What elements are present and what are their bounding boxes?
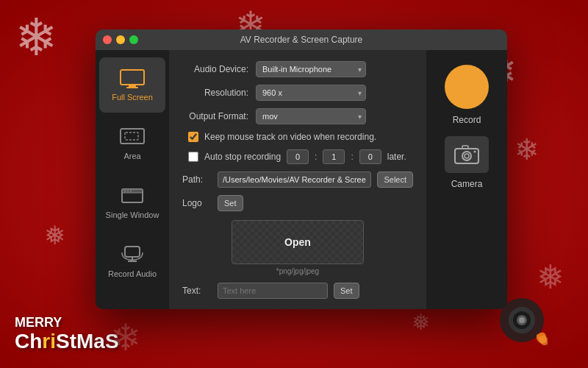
- snowflake-1: ❄: [15, 7, 58, 68]
- sidebar-item-fullscreen[interactable]: Full Screen: [99, 57, 165, 113]
- window-title: AV Recorder & Screen Capture: [240, 35, 363, 45]
- sidebar-fullscreen-label: Full Screen: [112, 93, 153, 102]
- auto-stop-checkbox[interactable]: [188, 152, 198, 162]
- resolution-label: Resolution:: [182, 88, 248, 98]
- path-select-button[interactable]: Select: [377, 171, 413, 188]
- audio-device-select-wrapper: Built-in Microphone: [256, 61, 366, 77]
- svg-point-14: [462, 152, 471, 160]
- svg-point-17: [474, 151, 476, 153]
- single-window-icon: [119, 186, 146, 207]
- title-bar: AV Recorder & Screen Capture: [96, 29, 507, 50]
- logo-label: Logo: [182, 198, 212, 208]
- record-button[interactable]: Record: [445, 65, 489, 125]
- logo-hint: *png/jpg/jpeg: [276, 267, 319, 275]
- auto-stop-label: Auto stop recording: [204, 152, 281, 162]
- svg-rect-1: [129, 85, 136, 87]
- auto-stop-suffix: later.: [387, 152, 406, 162]
- main-content: Audio Device: Built-in Microphone Resolu…: [169, 50, 426, 309]
- camera-button[interactable]: Camera: [445, 136, 489, 189]
- logo-set-button[interactable]: Set: [218, 195, 243, 211]
- camera-app-svg: [496, 294, 548, 346]
- maximize-button[interactable]: [129, 35, 138, 44]
- resolution-select[interactable]: 960 x: [256, 85, 366, 101]
- record-label: Record: [453, 115, 481, 125]
- christmas-main: ChriStMaS: [15, 330, 119, 353]
- right-panel: Record Camera: [426, 50, 507, 309]
- auto-stop-minutes[interactable]: 1: [323, 149, 345, 164]
- text-label: Text:: [182, 286, 212, 296]
- record-circle: [445, 65, 489, 109]
- output-format-select[interactable]: mov: [256, 108, 366, 124]
- svg-point-7: [124, 191, 126, 192]
- sidebar-singlewindow-label: Single Window: [106, 210, 159, 219]
- svg-rect-0: [121, 70, 144, 85]
- keep-mouse-row: Keep mouse track on video when recording…: [188, 132, 413, 142]
- auto-stop-seconds[interactable]: 0: [359, 149, 381, 164]
- logo-row: Logo Set: [182, 195, 413, 211]
- svg-point-15: [465, 154, 469, 158]
- output-format-select-wrapper: mov: [256, 108, 366, 124]
- svg-rect-4: [125, 132, 138, 140]
- text-set-button[interactable]: Set: [334, 283, 359, 299]
- keep-mouse-checkbox[interactable]: [188, 132, 198, 142]
- svg-rect-16: [462, 146, 468, 149]
- logo-open-button[interactable]: Open: [284, 236, 311, 248]
- camera-label: Camera: [451, 179, 483, 189]
- record-audio-icon: [119, 245, 146, 266]
- merry-label: MERRY: [15, 316, 119, 330]
- path-label: Path:: [182, 174, 212, 185]
- svg-rect-3: [121, 129, 144, 144]
- audio-device-select[interactable]: Built-in Microphone: [256, 61, 366, 77]
- window-body: Full Screen Area: [96, 50, 507, 309]
- keep-mouse-label: Keep mouse track on video when recording…: [204, 132, 376, 142]
- logo-dropzone[interactable]: Open: [232, 220, 364, 264]
- svg-point-22: [519, 317, 525, 323]
- svg-point-9: [130, 191, 132, 192]
- snowflake-4: ❄: [514, 132, 539, 166]
- app-window: AV Recorder & Screen Capture Full Screen: [96, 29, 507, 309]
- camera-app-icon: [496, 294, 548, 346]
- audio-device-row: Audio Device: Built-in Microphone: [182, 61, 413, 77]
- auto-stop-row: Auto stop recording 0 : 1 : 0 later.: [188, 149, 413, 164]
- output-format-label: Output Format:: [182, 111, 248, 121]
- close-button[interactable]: [103, 35, 112, 44]
- text-row: Text: Set: [182, 283, 413, 299]
- camera-box: [445, 136, 489, 173]
- sidebar-item-area[interactable]: Area: [99, 116, 165, 171]
- monitor-icon: [119, 68, 146, 89]
- svg-rect-2: [126, 87, 138, 88]
- auto-stop-hours[interactable]: 0: [287, 149, 309, 164]
- sidebar-area-label: Area: [123, 152, 140, 160]
- svg-point-8: [127, 191, 129, 192]
- resolution-row: Resolution: 960 x: [182, 85, 413, 101]
- camera-icon: [453, 144, 480, 166]
- path-input[interactable]: [218, 171, 371, 188]
- logo-area: Open *png/jpg/jpeg: [182, 220, 413, 275]
- sidebar-recordaudio-label: Record Audio: [108, 269, 157, 278]
- minimize-button[interactable]: [116, 35, 125, 44]
- traffic-lights: [103, 35, 138, 44]
- snowflake-5: ❅: [537, 258, 564, 297]
- christmas-text: MERRY ChriStMaS: [15, 316, 119, 353]
- audio-device-label: Audio Device:: [182, 64, 248, 74]
- sidebar-item-single-window[interactable]: Single Window: [99, 175, 165, 230]
- sidebar: Full Screen Area: [96, 50, 169, 309]
- area-icon: [119, 127, 146, 148]
- path-row: Path: Select: [182, 171, 413, 188]
- snowflake-6: ❅: [44, 221, 65, 250]
- resolution-select-wrapper: 960 x: [256, 85, 366, 101]
- sidebar-item-record-audio[interactable]: Record Audio: [99, 234, 165, 289]
- output-format-row: Output Format: mov: [182, 108, 413, 124]
- snowflake-8: ❅: [412, 309, 430, 335]
- text-input[interactable]: [218, 283, 328, 299]
- svg-rect-10: [125, 247, 140, 257]
